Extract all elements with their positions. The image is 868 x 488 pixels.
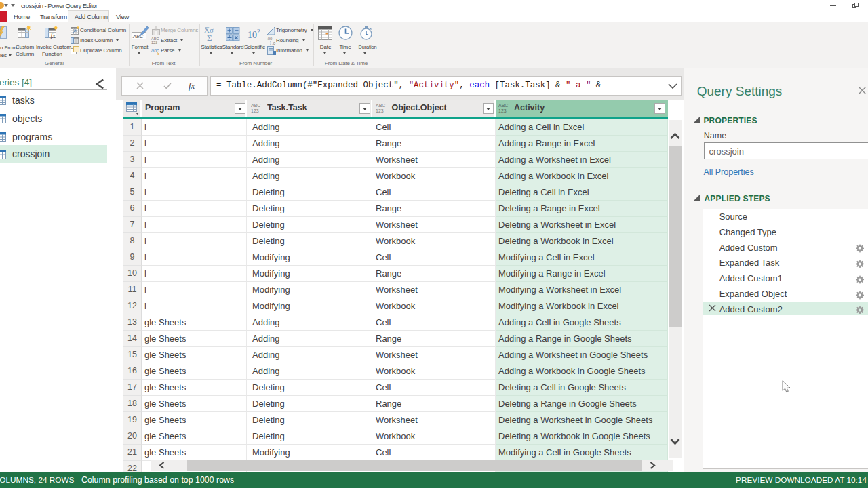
svg-text:ABC: ABC [376,103,385,108]
svg-text:123: 123 [251,108,259,113]
svg-text:fx: fx [51,32,56,39]
svg-text:Σ: Σ [207,33,212,41]
svg-text:ABC: ABC [498,103,508,108]
svg-text:2: 2 [257,28,260,35]
svg-text:10: 10 [248,30,257,40]
svg-text:abc: abc [151,48,159,53]
svg-text:.00: .00 [267,37,273,41]
svg-text:ABC: ABC [251,103,260,108]
svg-text:.0: .0 [272,41,276,45]
svg-text:123: 123 [376,108,384,113]
svg-text:123: 123 [151,41,157,45]
svg-text:123: 123 [498,108,507,113]
svg-text:ABC: ABC [151,37,159,41]
